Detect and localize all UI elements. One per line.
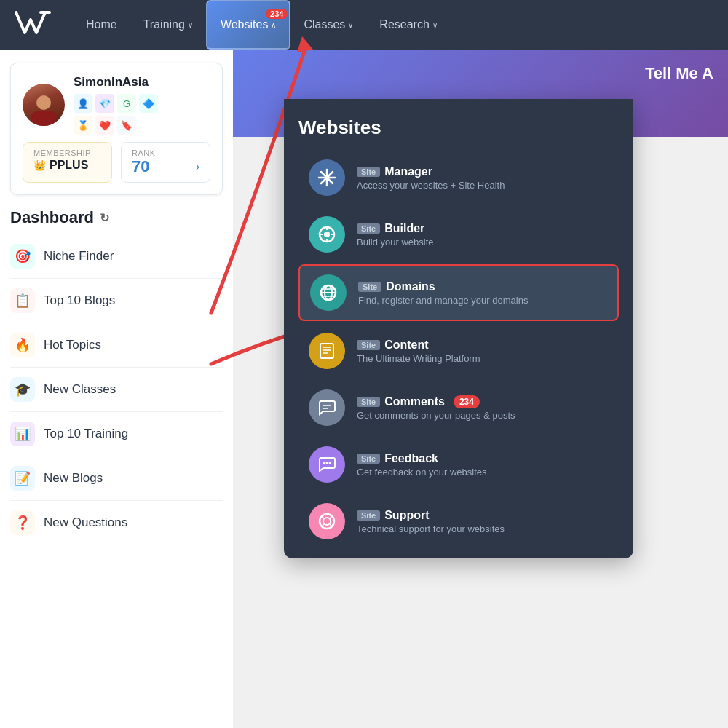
dropdown-item-comments[interactable]: Site Comments 234 Get comments on your p…	[298, 381, 619, 435]
sidebar-item-niche-finder[interactable]: 🎯 Niche Finder	[10, 234, 223, 279]
top10training-icon: 📊	[10, 422, 35, 446]
websites-dropdown: Websites Site Manager Access your websit…	[284, 99, 633, 558]
new-questions-icon: ❓	[10, 510, 35, 535]
sidebar: SimonInAsia 👤 💎 G 🔷 🏅 ❤️ 🔖	[0, 50, 233, 728]
nav-research[interactable]: Research ∨	[366, 0, 450, 50]
svg-rect-15	[320, 344, 333, 358]
membership-rank-row: Membership 👑 PPLUS Rank 70 ›	[23, 142, 210, 183]
nav-home[interactable]: Home	[73, 0, 130, 50]
manager-icon	[309, 159, 345, 196]
badge-7: 🔖	[117, 116, 136, 135]
site-badge: Site	[357, 397, 380, 407]
rank-box: Rank 70 ›	[121, 142, 210, 183]
svg-line-27	[330, 517, 332, 519]
svg-point-24	[320, 514, 334, 529]
refresh-icon[interactable]: ↻	[100, 211, 109, 225]
badge-3: G	[117, 94, 136, 113]
top10blogs-icon: 📋	[10, 288, 35, 313]
niche-finder-icon: 🎯	[10, 244, 35, 269]
sidebar-item-hot-topics[interactable]: 🔥 Hot Topics	[10, 323, 223, 368]
nav-websites[interactable]: 234 Websites ∧	[206, 0, 291, 50]
sidebar-item-new-questions[interactable]: ❓ New Questions	[10, 501, 223, 545]
dropdown-item-support[interactable]: Site Support Technical support for your …	[298, 494, 619, 548]
chevron-down-icon: ∨	[348, 21, 353, 29]
comments-count-badge: 234	[454, 395, 480, 408]
rank-value: 70	[132, 157, 149, 176]
dropdown-item-domains[interactable]: Site Domains Find, register and manage y…	[298, 264, 619, 321]
site-badge: Site	[357, 223, 380, 234]
membership-value: 👑 PPLUS	[33, 159, 101, 172]
membership-box: Membership 👑 PPLUS	[23, 142, 112, 183]
crown-icon: 👑	[33, 159, 46, 171]
sidebar-item-new-classes[interactable]: 🎓 New Classes	[10, 368, 223, 412]
badge-2: 💎	[95, 94, 114, 113]
dashboard-section: Dashboard ↻ 🎯 Niche Finder 📋 Top 10 Blog…	[0, 208, 233, 545]
site-badge: Site	[357, 340, 380, 350]
feedback-icon	[309, 446, 345, 483]
site-badge: Site	[357, 454, 380, 464]
avatar	[23, 84, 65, 126]
nav-classes[interactable]: Classes ∨	[290, 0, 366, 50]
sidebar-item-label: Hot Topics	[44, 338, 101, 352]
badges-row-1: 👤 💎 G 🔷	[74, 94, 158, 113]
svg-point-22	[326, 462, 328, 464]
chevron-down-icon: ∨	[432, 21, 438, 29]
svg-point-5	[324, 232, 330, 237]
hot-topics-icon: 🔥	[10, 333, 35, 357]
sidebar-item-label: New Blogs	[44, 471, 103, 486]
badge-4: 🔷	[139, 94, 158, 113]
nav-training[interactable]: Training ∨	[130, 0, 206, 50]
badges-row-2: 🏅 ❤️ 🔖	[74, 116, 158, 135]
dropdown-item-feedback[interactable]: Site Feedback Get feedback on your websi…	[298, 438, 619, 491]
sidebar-item-label: New Questions	[44, 515, 127, 530]
new-blogs-icon: 📝	[10, 466, 35, 491]
builder-icon	[309, 216, 345, 253]
chevron-down-icon: ∨	[188, 21, 193, 29]
badge-5: 🏅	[74, 116, 92, 135]
svg-line-26	[323, 517, 325, 519]
dropdown-title: Websites	[298, 116, 619, 139]
comments-icon	[309, 389, 345, 426]
sidebar-item-label: Top 10 Blogs	[44, 293, 115, 308]
sidebar-item-label: Top 10 Training	[44, 427, 128, 441]
websites-badge: 234	[266, 9, 288, 19]
rank-arrow-icon[interactable]: ›	[196, 160, 199, 173]
logo[interactable]	[15, 9, 51, 41]
support-icon	[309, 503, 345, 539]
username: SimonInAsia	[74, 75, 158, 90]
user-info: SimonInAsia 👤 💎 G 🔷 🏅 ❤️ 🔖	[74, 75, 158, 135]
svg-line-28	[323, 524, 325, 526]
content-icon	[309, 333, 345, 369]
sidebar-item-top10blogs[interactable]: 📋 Top 10 Blogs	[10, 279, 223, 323]
sidebar-item-label: New Classes	[44, 382, 116, 397]
dashboard-title: Dashboard ↻	[10, 208, 223, 227]
dropdown-item-builder[interactable]: Site Builder Build your website	[298, 207, 619, 261]
site-badge: Site	[358, 282, 381, 292]
site-badge: Site	[357, 167, 380, 177]
dropdown-item-manager[interactable]: Site Manager Access your websites + Site…	[298, 151, 619, 205]
sidebar-item-label: Niche Finder	[44, 249, 114, 264]
badge-1: 👤	[74, 94, 92, 113]
svg-point-23	[329, 462, 331, 464]
sidebar-item-new-blogs[interactable]: 📝 New Blogs	[10, 456, 223, 501]
user-card-header: SimonInAsia 👤 💎 G 🔷 🏅 ❤️ 🔖	[23, 75, 210, 135]
main-content: SimonInAsia 👤 💎 G 🔷 🏅 ❤️ 🔖	[0, 50, 728, 728]
dropdown-item-content[interactable]: Site Content The Ultimate Writing Platfo…	[298, 324, 619, 378]
chevron-up-icon: ∧	[271, 21, 276, 29]
domains-icon	[310, 274, 347, 311]
navbar: Home Training ∨ 234 Websites ∧ Classes ∨…	[0, 0, 728, 50]
site-badge: Site	[357, 510, 380, 521]
sidebar-item-top10training[interactable]: 📊 Top 10 Training	[10, 412, 223, 456]
svg-line-29	[330, 524, 332, 526]
badge-6: ❤️	[95, 116, 114, 135]
user-card: SimonInAsia 👤 💎 G 🔷 🏅 ❤️ 🔖	[10, 63, 223, 195]
svg-point-21	[323, 462, 325, 464]
new-classes-icon: 🎓	[10, 377, 35, 402]
